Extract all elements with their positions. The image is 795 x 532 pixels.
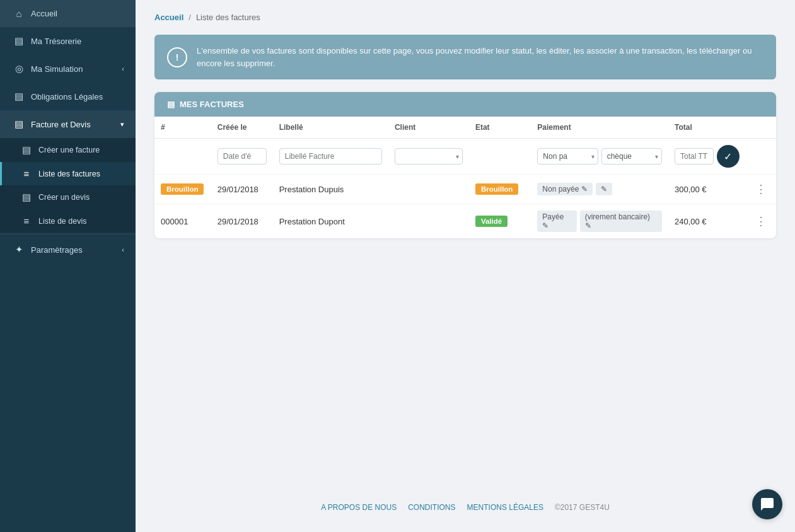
sidebar-item-label: Liste de devis [38,217,86,226]
footer-about-link[interactable]: A PROPOS DE NOUS [321,503,397,512]
simulation-icon: ◎ [13,63,25,74]
chat-icon [760,497,775,512]
filter-client-select[interactable] [395,148,463,165]
table-header-row: # Créée le Libellé Client Etat Paiement … [154,117,776,139]
filter-confirm-button[interactable]: ✓ [717,145,740,168]
creer-facture-icon: ▤ [21,144,32,156]
main-content: Accueil / Liste des factures ! L'ensembl… [136,0,795,532]
sidebar-item-label: Liste des factures [38,170,100,178]
filter-paiement-select-wrapper: Non pa [537,148,598,165]
sidebar-item-simulation[interactable]: ◎ Ma Simulation ‹ [0,55,136,83]
factures-card: ▤ MES FACTURES # Créée le Libellé Client… [154,92,776,238]
sidebar-item-creer-facture[interactable]: ▤ Créer une facture [0,138,136,162]
col-header-etat: Etat [469,117,531,139]
breadcrumb: Accueil / Liste des factures [154,13,776,22]
col-header-total: Total [668,117,746,139]
liste-devis-icon: ≡ [21,216,32,226]
row1-num-badge: Brouillon [161,183,204,195]
col-header-libelle: Libellé [273,117,388,139]
sidebar-item-accueil[interactable]: ⌂ Accueil [0,0,136,27]
breadcrumb-current: Liste des factures [196,13,260,22]
sidebar-item-label: Accueil [31,9,57,18]
filter-total-input[interactable] [675,148,714,165]
filter-date-cell [211,139,273,175]
filter-date-input[interactable] [218,148,267,165]
filter-num [154,139,211,175]
info-icon: ! [167,47,187,67]
row2-paiement-status[interactable]: Payée ✎ [537,211,576,232]
card-body: # Créée le Libellé Client Etat Paiement … [154,117,776,238]
card-header-icon: ▤ [167,100,175,109]
breadcrumb-home[interactable]: Accueil [154,13,183,22]
footer-mentions-link[interactable]: MENTIONS LÉGALES [467,503,543,512]
facture-icon: ▤ [13,119,25,130]
chevron-icon: ‹ [122,65,124,72]
row1-more-button[interactable]: ⋮ [752,181,770,197]
row1-client [388,175,469,204]
sidebar-item-label: Facture et Devis [31,120,91,129]
row2-etat: Validé [469,204,531,239]
row2-paiement: Payée ✎ (virement bancaire) ✎ [531,204,668,239]
row1-paiement-status[interactable]: Non payée ✎ [537,183,592,195]
sidebar-item-liste-factures[interactable]: ≡ Liste des factures [0,162,136,185]
card-header: ▤ MES FACTURES [154,92,776,117]
info-text: L'ensemble de vos factures sont disponib… [197,45,763,69]
col-header-num: # [154,117,211,139]
home-icon: ⌂ [13,8,25,19]
sidebar-submenu-facture: ▤ Créer une facture ≡ Liste des factures… [0,138,136,233]
footer-conditions-link[interactable]: CONDITIONS [408,503,455,512]
row1-etat: Brouillon [469,175,531,204]
sidebar-item-creer-devis[interactable]: ▤ Créer un devis [0,185,136,209]
sidebar-item-liste-devis[interactable]: ≡ Liste de devis [0,209,136,233]
factures-table: # Créée le Libellé Client Etat Paiement … [154,117,776,238]
row2-date: 29/01/2018 [211,204,273,239]
tresorerie-icon: ▤ [13,35,25,47]
sidebar-item-label: Ma Trésorerie [31,37,81,46]
row2-num: 000001 [154,204,211,239]
row1-date: 29/01/2018 [211,175,273,204]
liste-factures-icon: ≡ [21,168,32,179]
filter-paiement-status-select[interactable]: Non pa [537,148,598,165]
obligations-icon: ▤ [13,91,25,102]
sidebar: ⌂ Accueil ▤ Ma Trésorerie ◎ Ma Simulatio… [0,0,136,532]
chevron-icon: ‹ [122,246,124,253]
row1-paiement-mode[interactable]: ✎ [596,183,612,195]
row2-total: 240,00 € [668,204,746,239]
col-header-paiement: Paiement [531,117,668,139]
row2-libelle: Prestation Dupont [273,204,388,239]
parametrages-icon: ✦ [13,244,25,255]
row2-actions: ⋮ [746,204,776,239]
sidebar-item-tresorerie[interactable]: ▤ Ma Trésorerie [0,27,136,55]
chevron-down-icon: ▾ [120,120,124,129]
row2-client [388,204,469,239]
row1-libelle: Prestation Dupuis [273,175,388,204]
row1-total: 300,00 € [668,175,746,204]
row1-actions: ⋮ [746,175,776,204]
row1-num: Brouillon [154,175,211,204]
sidebar-item-obligations[interactable]: ▤ Obligations Légales [0,83,136,110]
filter-etat-cell [469,139,531,175]
chat-button[interactable] [752,489,782,519]
info-banner: ! L'ensemble de vos factures sont dispon… [154,35,776,79]
table-row: 000001 29/01/2018 Prestation Dupont Vali… [154,204,776,239]
filter-paiement-wrapper: Non pa chèque [537,148,662,165]
sidebar-item-parametrages[interactable]: ✦ Paramètrages ‹ [0,236,136,263]
filter-libelle-cell [273,139,388,175]
creer-devis-icon: ▤ [21,192,32,203]
sidebar-item-facture-devis[interactable]: ▤ Facture et Devis ▾ [0,110,136,138]
footer: A PROPOS DE NOUS CONDITIONS MENTIONS LÉG… [154,495,776,519]
sidebar-item-label: Obligations Légales [31,92,103,101]
col-header-date: Créée le [211,117,273,139]
row2-more-button[interactable]: ⋮ [752,213,770,229]
col-header-client: Client [388,117,469,139]
row2-paiement-mode[interactable]: (virement bancaire) ✎ [580,211,662,232]
filter-row: Non pa chèque [154,139,776,175]
breadcrumb-separator: / [189,13,191,22]
filter-libelle-input[interactable] [279,148,382,165]
filter-paiement-mode-select[interactable]: chèque [601,148,662,165]
row1-etat-badge: Brouillon [475,183,518,195]
sidebar-item-label: Paramètrages [31,245,83,255]
filter-client-wrapper [395,148,463,165]
sidebar-item-label: Créer une facture [38,146,100,154]
row1-paiement: Non payée ✎ ✎ [531,175,668,204]
